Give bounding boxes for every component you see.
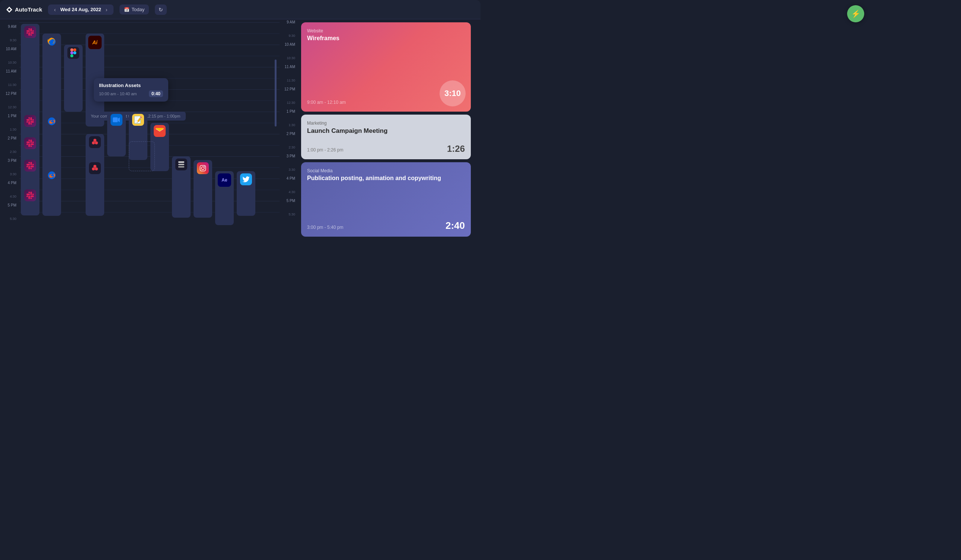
slack-icon-3pm [24, 160, 36, 172]
time-4pm: 4 PM [0, 181, 19, 185]
time-slot-3pm: 3 PM 3:30 [0, 158, 19, 180]
refresh-button[interactable]: ↻ [155, 5, 167, 15]
task-cards-area: Website Wireframes 9:00 am - 12:10 am 3:… [298, 19, 477, 280]
website-card-label: Website [307, 28, 465, 34]
time-slot-9am: 9 AM 9:30 [0, 24, 19, 46]
time-530: 5:30 [0, 217, 19, 221]
logo-icon [6, 6, 13, 13]
marketing-card-title: Launch Campaign Meeting [307, 127, 465, 135]
app-name: AutoTrack [15, 6, 42, 13]
time-slot-1pm: 1 PM 1:30 [0, 113, 19, 135]
time-330: 3:30 [0, 172, 19, 176]
social-card-label: Social Media [307, 168, 465, 173]
ai-icon: Ai [88, 36, 101, 49]
time-1030: 10:30 [0, 61, 19, 64]
time-930: 9:30 [0, 39, 19, 42]
time-1pm: 1 PM [0, 114, 19, 118]
time-11am: 11 AM [0, 69, 19, 73]
marketing-meeting-card[interactable]: Marketing Launch Campaign Meeting 1:00 p… [301, 115, 471, 159]
calendar-icon: 📅 [124, 7, 130, 12]
time-slot-5pm: 5 PM 5:30 [0, 202, 19, 225]
svg-rect-26 [178, 166, 185, 168]
prev-date-button[interactable]: ‹ [53, 7, 57, 13]
gmail-col-block[interactable] [150, 123, 169, 171]
app-logo: AutoTrack [6, 6, 42, 13]
time-5pm: 5 PM [0, 203, 19, 207]
twitter-icon [240, 173, 252, 185]
svg-rect-25 [178, 164, 185, 165]
marketing-card-time: 1:00 pm - 2:26 pm [307, 148, 343, 152]
twitter-col-block[interactable] [237, 171, 256, 216]
timeline-section: 9 AM 9:30 10 AM 10:30 11 AM 11:30 12 PM … [0, 19, 280, 280]
notes-icon: 📝 [132, 114, 144, 126]
svg-point-3 [50, 40, 54, 43]
notes-col-block[interactable]: 📝 [129, 112, 147, 160]
slack-icon-top [24, 26, 36, 38]
app-header: AutoTrack ‹ Wed 24 Aug, 2022 › 📅 Today ↻ [0, 0, 480, 19]
time-430: 4:30 [0, 194, 19, 198]
svg-rect-9 [70, 51, 73, 55]
after-effects-icon: Ae [218, 173, 231, 187]
current-date: Wed 24 Aug, 2022 [60, 7, 101, 12]
slack-icon-4pm [24, 189, 36, 201]
firefox-icon-1pm [46, 116, 58, 127]
svg-point-18 [95, 167, 98, 170]
instagram-col-block[interactable] [194, 160, 212, 218]
timeline-scroll[interactable]: 9 AM 9:30 10 AM 10:30 11 AM 11:30 12 PM … [0, 22, 280, 280]
svg-point-15 [93, 139, 96, 142]
firefox-icon-3pm [46, 169, 58, 181]
svg-point-19 [93, 165, 96, 168]
stacks-icon [175, 159, 187, 170]
instagram-icon [197, 162, 209, 174]
time-130: 1:30 [0, 128, 19, 132]
time-230: 2:30 [0, 150, 19, 154]
social-card-duration: 2:40 [445, 220, 465, 231]
svg-point-28 [201, 167, 204, 170]
slack-col1-block[interactable] [21, 24, 39, 215]
davinci-col2-block[interactable] [85, 160, 104, 216]
gmail-icon [154, 125, 166, 137]
stacks-col-block[interactable] [172, 156, 191, 218]
firefox-icon-top [46, 36, 58, 48]
davinci-icon2 [89, 162, 101, 174]
tooltip-time-range: 10:00 am - 10:40 am [99, 91, 137, 96]
svg-point-13 [92, 141, 95, 144]
zoom-col-block[interactable] [107, 112, 126, 156]
social-card-title: Publication posting, animation and copyw… [307, 175, 465, 181]
refresh-icon: ↻ [159, 7, 163, 13]
website-wireframes-card[interactable]: Website Wireframes 9:00 am - 12:10 am 3:… [301, 22, 471, 112]
svg-rect-27 [200, 165, 206, 171]
time-2pm: 2 PM [0, 136, 19, 140]
firefox-col-block[interactable] [42, 34, 61, 216]
time-labels-left: 9 AM 9:30 10 AM 10:30 11 AM 11:30 12 PM … [0, 22, 19, 280]
today-label: Today [132, 7, 145, 12]
time-3pm: 3 PM [0, 159, 19, 163]
svg-rect-22 [113, 117, 117, 122]
svg-rect-10 [70, 55, 73, 57]
time-slot-11am: 11 AM 11:30 [0, 69, 19, 91]
today-button[interactable]: 📅 Today [119, 5, 149, 14]
time-12pm: 12 PM [0, 91, 19, 96]
svg-rect-7 [70, 48, 73, 51]
resize-handle[interactable] [275, 59, 276, 127]
figma-col-block[interactable] [64, 45, 83, 112]
time-slot-4pm: 4 PM 4:30 [0, 180, 19, 202]
davinci-icon [89, 136, 101, 148]
next-date-button[interactable]: › [104, 7, 109, 13]
time-slot-12pm: 12 PM 12:30 [0, 91, 19, 113]
date-navigation[interactable]: ‹ Wed 24 Aug, 2022 › [48, 5, 113, 15]
svg-rect-8 [73, 48, 76, 51]
tooltip-duration-badge: 0:40 [149, 90, 163, 97]
right-time-labels: 9 AM9:30 10 AM10:30 11 AM11:30 12 PM12:3… [280, 19, 298, 280]
social-media-card[interactable]: Social Media Publication posting, animat… [301, 162, 471, 237]
website-card-time: 9:00 am - 12:10 am [307, 100, 346, 105]
slack-icon-1pm [24, 115, 36, 127]
right-section: 9 AM9:30 10 AM10:30 11 AM11:30 12 PM12:3… [280, 19, 480, 280]
ae-col-block[interactable]: Ae [215, 171, 234, 225]
time-slot-2pm: 2 PM 2:30 [0, 135, 19, 158]
svg-point-14 [95, 141, 98, 144]
ai-tooltip[interactable]: Illustration Assets 10:00 am - 10:40 am … [94, 78, 168, 101]
marketing-card-duration: 1:26 [447, 144, 465, 154]
time-9am: 9 AM [0, 24, 19, 29]
marketing-card-label: Marketing [307, 120, 465, 126]
